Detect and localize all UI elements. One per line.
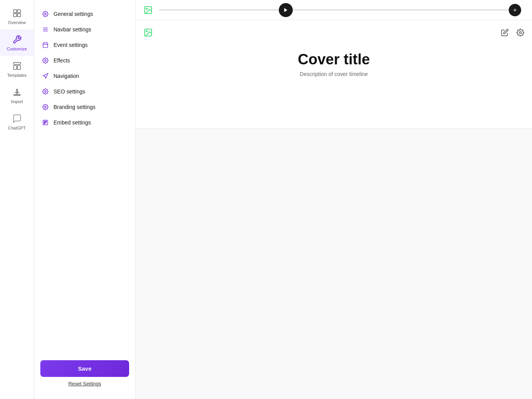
cover-action-icons	[499, 27, 526, 38]
sidebar-item-templates[interactable]: Templates	[0, 56, 34, 82]
svg-rect-3	[17, 14, 21, 17]
sidebar-item-overview[interactable]: Overview	[0, 3, 34, 29]
svg-rect-20	[44, 121, 45, 123]
main-content: Cover title Description of cover timelin…	[136, 0, 532, 399]
svg-rect-1	[17, 10, 21, 13]
settings-item-branding[interactable]: Branding settings	[34, 99, 135, 115]
seo-icon	[42, 88, 49, 95]
cover-image-placeholder[interactable]	[142, 26, 154, 39]
settings-item-navigation[interactable]: Navigation	[34, 68, 135, 84]
settings-item-effects-label: Effects	[54, 57, 70, 64]
bottom-section	[136, 129, 532, 399]
svg-rect-6	[17, 66, 21, 69]
settings-item-seo[interactable]: SEO settings	[34, 84, 135, 99]
settings-item-embed[interactable]: Embed settings	[34, 115, 135, 130]
settings-item-seo-label: SEO settings	[54, 88, 85, 95]
settings-item-event[interactable]: Event settings	[34, 37, 135, 53]
svg-rect-11	[43, 43, 48, 48]
svg-point-24	[146, 8, 147, 9]
svg-rect-5	[14, 66, 17, 69]
svg-rect-0	[14, 10, 17, 13]
event-icon	[42, 41, 49, 48]
navigation-icon	[42, 73, 49, 79]
customize-icon	[12, 34, 22, 45]
timeline-track	[159, 9, 521, 10]
sidebar-item-overview-label: Overview	[8, 20, 26, 25]
svg-point-17	[45, 91, 46, 92]
svg-point-7	[45, 13, 46, 15]
settings-item-effects[interactable]: Effects	[34, 53, 135, 68]
settings-item-navbar-label: Navbar settings	[54, 26, 91, 33]
svg-marker-25	[284, 8, 287, 12]
svg-rect-2	[14, 14, 17, 17]
timeline-image-icon[interactable]	[142, 4, 154, 16]
reset-settings-button[interactable]: Reset Settings	[40, 381, 129, 387]
effects-icon	[42, 57, 49, 64]
svg-point-18	[45, 106, 46, 108]
settings-footer: Save Reset Settings	[34, 354, 135, 393]
settings-item-general[interactable]: General settings	[34, 6, 135, 22]
cover-settings-icon[interactable]	[515, 27, 526, 38]
sidebar-item-import-label: Import	[11, 99, 23, 104]
svg-point-15	[45, 60, 46, 61]
save-button[interactable]: Save	[40, 360, 129, 377]
sidebar-item-chatgpt-label: ChatGPT	[8, 126, 26, 130]
settings-panel: General settings Navbar settings Event s…	[34, 0, 136, 399]
svg-point-29	[146, 31, 147, 32]
timeline-bar	[136, 0, 532, 20]
sidebar-item-customize-label: Customize	[7, 47, 27, 51]
overview-icon	[12, 8, 22, 19]
sidebar-item-import[interactable]: Import	[0, 82, 34, 109]
svg-rect-4	[14, 62, 21, 64]
templates-icon	[12, 60, 22, 71]
navbar-icon	[42, 26, 49, 33]
cover-edit-icon[interactable]	[499, 27, 510, 38]
settings-item-navigation-label: Navigation	[54, 73, 79, 79]
cover-description: Description of cover timeline	[300, 71, 368, 77]
svg-point-30	[520, 32, 522, 34]
cover-section: Cover title Description of cover timelin…	[136, 20, 532, 129]
gear-icon	[42, 10, 49, 17]
settings-item-general-label: General settings	[54, 11, 93, 17]
sidebar-item-customize[interactable]: Customize	[0, 29, 34, 56]
import-icon	[12, 87, 22, 98]
svg-rect-22	[44, 123, 45, 124]
cover-top-row	[142, 26, 526, 39]
branding-icon	[42, 104, 49, 111]
timeline-add-button[interactable]	[509, 4, 521, 16]
settings-item-navbar[interactable]: Navbar settings	[34, 22, 135, 37]
icon-sidebar: Overview Customize Templates Imp	[0, 0, 34, 399]
timeline-play-button[interactable]	[279, 3, 293, 17]
cover-title: Cover title	[298, 51, 370, 68]
embed-icon	[42, 119, 49, 126]
svg-marker-16	[43, 73, 48, 78]
settings-item-embed-label: Embed settings	[54, 119, 91, 126]
svg-rect-21	[46, 121, 47, 123]
settings-item-branding-label: Branding settings	[54, 104, 95, 110]
sidebar-item-chatgpt[interactable]: ChatGPT	[0, 109, 34, 135]
sidebar-item-templates-label: Templates	[7, 73, 26, 78]
chatgpt-icon	[12, 113, 22, 124]
settings-item-event-label: Event settings	[54, 42, 88, 48]
